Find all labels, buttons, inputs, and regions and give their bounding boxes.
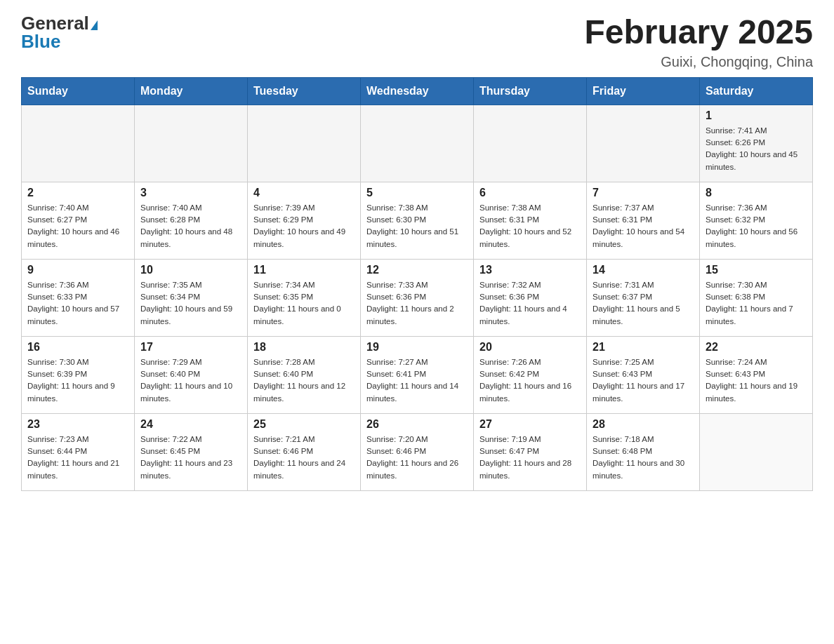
day-info: Sunrise: 7:18 AMSunset: 6:48 PMDaylight:… <box>593 434 694 482</box>
day-number: 1 <box>706 109 807 122</box>
day-number: 3 <box>140 187 241 199</box>
day-info: Sunrise: 7:27 AMSunset: 6:41 PMDaylight:… <box>366 356 468 405</box>
calendar-cell: 4Sunrise: 7:39 AMSunset: 6:29 PMDaylight… <box>248 182 361 259</box>
header-friday: Friday <box>587 77 700 105</box>
logo: General Blue <box>21 14 98 51</box>
day-info: Sunrise: 7:33 AMSunset: 6:36 PMDaylight:… <box>366 279 468 328</box>
calendar-cell <box>474 105 587 182</box>
day-info: Sunrise: 7:39 AMSunset: 6:29 PMDaylight:… <box>253 202 355 250</box>
calendar-cell: 16Sunrise: 7:30 AMSunset: 6:39 PMDayligh… <box>22 336 135 413</box>
day-info: Sunrise: 7:37 AMSunset: 6:31 PMDaylight:… <box>593 202 694 250</box>
day-number: 22 <box>706 341 807 354</box>
day-info: Sunrise: 7:40 AMSunset: 6:28 PMDaylight:… <box>140 202 241 250</box>
calendar-cell: 15Sunrise: 7:30 AMSunset: 6:38 PMDayligh… <box>700 259 813 336</box>
day-number: 12 <box>366 264 468 276</box>
header-row: Sunday Monday Tuesday Wednesday Thursday… <box>22 77 813 105</box>
day-number: 26 <box>366 418 468 431</box>
calendar-cell: 12Sunrise: 7:33 AMSunset: 6:36 PMDayligh… <box>361 259 474 336</box>
day-info: Sunrise: 7:23 AMSunset: 6:44 PMDaylight:… <box>27 434 128 482</box>
calendar-cell <box>587 105 700 182</box>
calendar-week-3: 9Sunrise: 7:36 AMSunset: 6:33 PMDaylight… <box>22 259 813 336</box>
day-number: 21 <box>593 341 694 354</box>
day-number: 7 <box>593 187 694 199</box>
day-number: 23 <box>27 418 128 431</box>
calendar-cell: 25Sunrise: 7:21 AMSunset: 6:46 PMDayligh… <box>248 413 361 490</box>
calendar-header: Sunday Monday Tuesday Wednesday Thursday… <box>22 77 813 105</box>
day-info: Sunrise: 7:26 AMSunset: 6:42 PMDaylight:… <box>479 356 581 405</box>
day-info: Sunrise: 7:38 AMSunset: 6:30 PMDaylight:… <box>366 202 468 250</box>
day-number: 11 <box>253 264 355 276</box>
calendar-cell: 9Sunrise: 7:36 AMSunset: 6:33 PMDaylight… <box>22 259 135 336</box>
logo-triangle-icon <box>91 20 98 30</box>
calendar-cell <box>135 105 248 182</box>
day-info: Sunrise: 7:20 AMSunset: 6:46 PMDaylight:… <box>366 434 468 482</box>
calendar-cell: 14Sunrise: 7:31 AMSunset: 6:37 PMDayligh… <box>587 259 700 336</box>
header-sunday: Sunday <box>22 77 135 105</box>
day-number: 9 <box>27 264 128 276</box>
calendar-cell: 20Sunrise: 7:26 AMSunset: 6:42 PMDayligh… <box>474 336 587 413</box>
title-block: February 2025 Guixi, Chongqing, China <box>584 14 813 70</box>
day-number: 18 <box>253 341 355 354</box>
calendar-cell <box>248 105 361 182</box>
calendar-cell: 7Sunrise: 7:37 AMSunset: 6:31 PMDaylight… <box>587 182 700 259</box>
day-info: Sunrise: 7:21 AMSunset: 6:46 PMDaylight:… <box>253 434 355 482</box>
calendar-cell: 10Sunrise: 7:35 AMSunset: 6:34 PMDayligh… <box>135 259 248 336</box>
day-info: Sunrise: 7:36 AMSunset: 6:32 PMDaylight:… <box>706 202 807 250</box>
day-info: Sunrise: 7:30 AMSunset: 6:39 PMDaylight:… <box>27 356 128 405</box>
calendar-table: Sunday Monday Tuesday Wednesday Thursday… <box>21 77 813 491</box>
calendar-cell: 3Sunrise: 7:40 AMSunset: 6:28 PMDaylight… <box>135 182 248 259</box>
day-info: Sunrise: 7:32 AMSunset: 6:36 PMDaylight:… <box>479 279 581 328</box>
day-info: Sunrise: 7:41 AMSunset: 6:26 PMDaylight:… <box>706 125 807 173</box>
calendar-title: February 2025 <box>584 14 813 51</box>
calendar-week-4: 16Sunrise: 7:30 AMSunset: 6:39 PMDayligh… <box>22 336 813 413</box>
calendar-cell: 27Sunrise: 7:19 AMSunset: 6:47 PMDayligh… <box>474 413 587 490</box>
day-number: 13 <box>479 264 581 276</box>
day-info: Sunrise: 7:24 AMSunset: 6:43 PMDaylight:… <box>706 356 807 405</box>
calendar-body: 1Sunrise: 7:41 AMSunset: 6:26 PMDaylight… <box>22 105 813 490</box>
day-number: 10 <box>140 264 241 276</box>
calendar-cell: 18Sunrise: 7:28 AMSunset: 6:40 PMDayligh… <box>248 336 361 413</box>
day-info: Sunrise: 7:22 AMSunset: 6:45 PMDaylight:… <box>140 434 241 482</box>
calendar-cell: 26Sunrise: 7:20 AMSunset: 6:46 PMDayligh… <box>361 413 474 490</box>
day-info: Sunrise: 7:19 AMSunset: 6:47 PMDaylight:… <box>479 434 581 482</box>
calendar-cell: 21Sunrise: 7:25 AMSunset: 6:43 PMDayligh… <box>587 336 700 413</box>
calendar-cell <box>700 413 813 490</box>
day-info: Sunrise: 7:38 AMSunset: 6:31 PMDaylight:… <box>479 202 581 250</box>
day-info: Sunrise: 7:25 AMSunset: 6:43 PMDaylight:… <box>593 356 694 405</box>
calendar-cell <box>22 105 135 182</box>
day-number: 27 <box>479 418 581 431</box>
day-number: 19 <box>366 341 468 354</box>
day-number: 5 <box>366 187 468 199</box>
day-info: Sunrise: 7:34 AMSunset: 6:35 PMDaylight:… <box>253 279 355 328</box>
day-number: 17 <box>140 341 241 354</box>
header-wednesday: Wednesday <box>361 77 474 105</box>
calendar-cell: 22Sunrise: 7:24 AMSunset: 6:43 PMDayligh… <box>700 336 813 413</box>
calendar-cell: 17Sunrise: 7:29 AMSunset: 6:40 PMDayligh… <box>135 336 248 413</box>
page-header: General Blue February 2025 Guixi, Chongq… <box>21 14 813 70</box>
calendar-cell <box>361 105 474 182</box>
calendar-week-2: 2Sunrise: 7:40 AMSunset: 6:27 PMDaylight… <box>22 182 813 259</box>
calendar-cell: 24Sunrise: 7:22 AMSunset: 6:45 PMDayligh… <box>135 413 248 490</box>
day-number: 16 <box>27 341 128 354</box>
day-number: 2 <box>27 187 128 199</box>
logo-general-line: General <box>21 14 98 32</box>
calendar-cell: 1Sunrise: 7:41 AMSunset: 6:26 PMDaylight… <box>700 105 813 182</box>
calendar-cell: 23Sunrise: 7:23 AMSunset: 6:44 PMDayligh… <box>22 413 135 490</box>
day-info: Sunrise: 7:31 AMSunset: 6:37 PMDaylight:… <box>593 279 694 328</box>
day-info: Sunrise: 7:28 AMSunset: 6:40 PMDaylight:… <box>253 356 355 405</box>
calendar-subtitle: Guixi, Chongqing, China <box>584 54 813 70</box>
day-number: 20 <box>479 341 581 354</box>
header-tuesday: Tuesday <box>248 77 361 105</box>
day-number: 25 <box>253 418 355 431</box>
header-monday: Monday <box>135 77 248 105</box>
day-number: 4 <box>253 187 355 199</box>
calendar-cell: 6Sunrise: 7:38 AMSunset: 6:31 PMDaylight… <box>474 182 587 259</box>
day-info: Sunrise: 7:30 AMSunset: 6:38 PMDaylight:… <box>706 279 807 328</box>
day-info: Sunrise: 7:35 AMSunset: 6:34 PMDaylight:… <box>140 279 241 328</box>
header-saturday: Saturday <box>700 77 813 105</box>
day-info: Sunrise: 7:36 AMSunset: 6:33 PMDaylight:… <box>27 279 128 328</box>
day-number: 15 <box>706 264 807 276</box>
calendar-cell: 8Sunrise: 7:36 AMSunset: 6:32 PMDaylight… <box>700 182 813 259</box>
calendar-cell: 13Sunrise: 7:32 AMSunset: 6:36 PMDayligh… <box>474 259 587 336</box>
calendar-cell: 19Sunrise: 7:27 AMSunset: 6:41 PMDayligh… <box>361 336 474 413</box>
